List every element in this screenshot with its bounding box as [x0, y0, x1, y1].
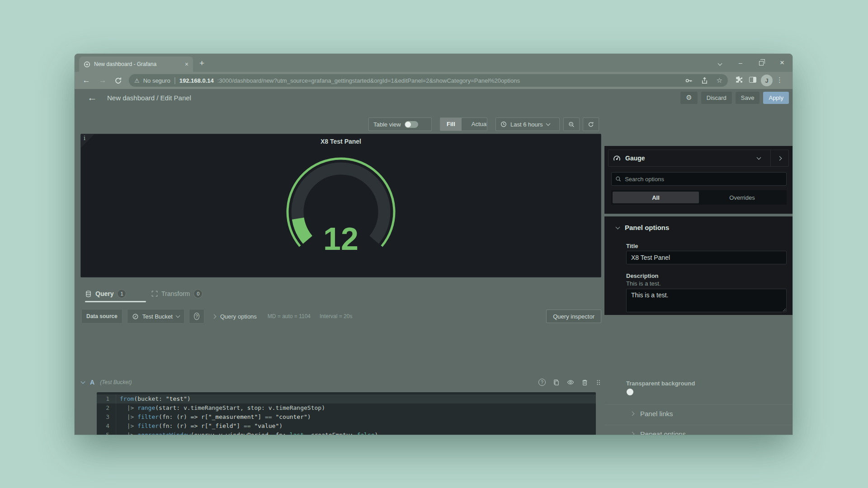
- new-tab-button[interactable]: +: [199, 58, 204, 68]
- discard-button[interactable]: Discard: [701, 92, 732, 104]
- datasource-picker[interactable]: Test Bucket: [127, 309, 184, 324]
- transform-icon: [151, 291, 158, 297]
- influxdb-icon: [132, 313, 139, 320]
- panel-options-sidebar: Gauge All Overrides Pa: [604, 146, 793, 435]
- delete-query-trash-icon[interactable]: [581, 379, 588, 386]
- panel-title-input[interactable]: [626, 251, 787, 264]
- code-line-5[interactable]: 5 |> aggregateWindow(every: v.windowPeri…: [97, 431, 596, 435]
- panel-links-section[interactable]: Panel links: [604, 404, 793, 422]
- window-menu-chevron-icon[interactable]: [709, 59, 730, 66]
- panel-title[interactable]: X8 Test Panel: [81, 138, 601, 145]
- repeat-options-chevron-icon: [630, 432, 635, 435]
- hide-query-eye-icon[interactable]: [567, 379, 574, 386]
- query-options-chevron-icon: [212, 314, 216, 319]
- query-help-icon[interactable]: ?: [538, 379, 546, 386]
- search-icon: [615, 176, 621, 182]
- transparent-background-label: Transparent background: [626, 380, 695, 387]
- query-count-badge: 1: [117, 289, 126, 298]
- active-tab-underline: [85, 301, 146, 302]
- panel-links-label: Panel links: [640, 410, 673, 418]
- description-helper-text: This is a test.: [626, 280, 661, 287]
- apply-button[interactable]: Apply: [763, 92, 789, 104]
- actual-option[interactable]: Actual: [465, 118, 487, 131]
- search-options-input[interactable]: [625, 176, 783, 183]
- query-inspector-button[interactable]: Query inspector: [546, 310, 601, 323]
- query-ref-row: A (Test Bucket) ?: [81, 375, 601, 389]
- query-collapse-chevron-icon[interactable]: [81, 380, 85, 384]
- max-data-points-text: MD = auto = 1104: [268, 313, 311, 319]
- datasource-help-button[interactable]: ?: [189, 309, 204, 324]
- help-icon: ?: [194, 313, 199, 320]
- browser-menu-kebab-icon[interactable]: ⋮: [776, 76, 783, 84]
- side-panel-icon[interactable]: [749, 77, 756, 83]
- transform-count-badge: 0: [193, 289, 203, 298]
- tab-query[interactable]: Query 1: [85, 287, 126, 300]
- duplicate-query-icon[interactable]: [553, 379, 560, 386]
- browser-window: New dashboard - Grafana × + – × ← → ⚠ No…: [75, 54, 793, 435]
- tab-title: New dashboard - Grafana: [94, 61, 181, 67]
- settings-gear-button[interactable]: ⚙: [680, 92, 697, 104]
- gauge-panel[interactable]: i X8 Test Panel 12: [80, 134, 601, 277]
- code-line-4[interactable]: 4 |> filter(fn: (r) => r["_field"] == "v…: [97, 422, 596, 431]
- back-icon[interactable]: ←: [78, 76, 94, 85]
- url-path: :3000/dashboard/new?utm_source=grafana_g…: [217, 77, 681, 84]
- url-bar[interactable]: ⚠ No seguro | 192.168.0.14 :3000/dashboa…: [129, 74, 728, 87]
- code-line-3[interactable]: 3 |> filter(fn: (r) => r["_measurement"]…: [97, 413, 596, 422]
- password-key-icon[interactable]: [685, 77, 693, 84]
- visualization-picker[interactable]: Gauge: [608, 150, 789, 167]
- profile-avatar[interactable]: J: [761, 75, 773, 86]
- close-button[interactable]: ×: [772, 58, 793, 67]
- repeat-options-label: Repeat options: [640, 430, 686, 435]
- refresh-button[interactable]: [583, 117, 599, 131]
- interval-text: Interval = 20s: [320, 313, 352, 319]
- code-line-2[interactable]: 2 |> range(start: v.timeRangeStart, stop…: [97, 404, 596, 413]
- query-tab-label: Query: [95, 290, 113, 297]
- description-field-label: Description: [626, 272, 659, 279]
- query-ref-id[interactable]: A: [90, 379, 94, 386]
- extensions-puzzle-icon[interactable]: [735, 75, 743, 84]
- fill-option[interactable]: Fill: [440, 118, 462, 131]
- browser-tab-strip: New dashboard - Grafana × + – ×: [75, 54, 793, 72]
- panel-description-textarea[interactable]: This is a test.: [626, 289, 787, 312]
- reload-icon[interactable]: [114, 77, 122, 84]
- tab-overrides[interactable]: Overrides: [699, 192, 785, 203]
- back-to-dashboard-icon[interactable]: ←: [87, 92, 97, 103]
- breadcrumb: New dashboard / Edit Panel: [107, 94, 191, 102]
- share-icon[interactable]: [701, 77, 708, 84]
- table-view-toggle[interactable]: Table view: [368, 117, 432, 131]
- panel-options-block: Panel options Title Description This is …: [604, 216, 793, 315]
- zoom-out-button[interactable]: [563, 117, 580, 131]
- bookmark-star-icon[interactable]: ☆: [717, 76, 722, 84]
- datasource-chevron-icon: [175, 314, 180, 318]
- transform-tab-label: Transform: [161, 290, 190, 297]
- fill-actual-segmented: Fill Actual: [440, 117, 487, 131]
- query-options-button[interactable]: Query options: [220, 313, 257, 320]
- flux-query-editor[interactable]: 1from(bucket: "test")2 |> range(start: v…: [97, 392, 596, 435]
- datasource-label: Data source: [86, 313, 118, 319]
- restore-button[interactable]: [751, 59, 772, 66]
- table-view-label: Table view: [373, 121, 401, 128]
- tab-transform[interactable]: Transform 0: [151, 287, 203, 300]
- code-line-1[interactable]: 1from(bucket: "test"): [97, 394, 596, 404]
- sidebar-top-block: Gauge All Overrides: [604, 146, 793, 214]
- time-range-label: Last 6 hours: [510, 121, 543, 128]
- browser-tab[interactable]: New dashboard - Grafana ×: [79, 56, 193, 72]
- textarea-resize-handle[interactable]: [783, 308, 786, 312]
- minimize-button[interactable]: –: [730, 59, 751, 66]
- datasource-value: Test Bucket: [142, 313, 173, 320]
- datasource-row: Data source Test Bucket ? Query options …: [81, 309, 601, 324]
- edit-panel-header: ← New dashboard / Edit Panel ⚙ Discard S…: [75, 89, 793, 106]
- tab-close-icon[interactable]: ×: [185, 61, 189, 68]
- forward-icon[interactable]: →: [94, 76, 111, 85]
- options-search-box[interactable]: [611, 172, 787, 186]
- time-range-picker[interactable]: Last 6 hours: [495, 117, 560, 131]
- viz-picker-chevron-icon: [757, 155, 761, 160]
- collapse-sidebar-button[interactable]: [770, 150, 788, 166]
- repeat-options-section[interactable]: Repeat options: [604, 425, 793, 435]
- tab-all[interactable]: All: [613, 192, 699, 203]
- save-button[interactable]: Save: [736, 92, 760, 104]
- drag-handle-icon[interactable]: [595, 379, 601, 386]
- table-view-switch[interactable]: [405, 121, 418, 128]
- panel-options-section-header[interactable]: Panel options: [616, 224, 669, 231]
- grafana-favicon-icon: [84, 61, 90, 68]
